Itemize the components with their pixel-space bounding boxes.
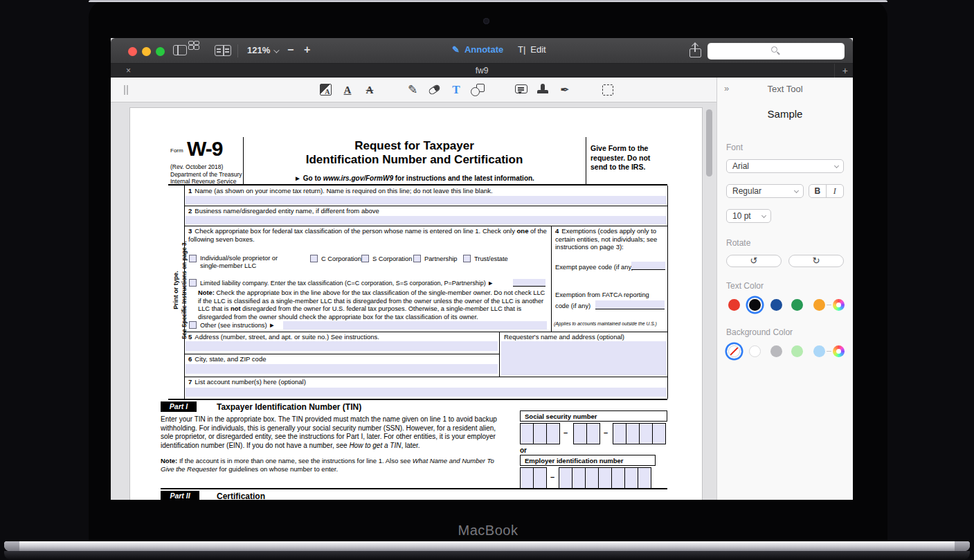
form-revision: (Rev. October 2018)	[170, 163, 223, 170]
line6-label: 6City, state, and ZIP code	[188, 355, 493, 363]
bold-button[interactable]: B	[809, 185, 827, 197]
checkbox-partnership[interactable]	[413, 255, 421, 262]
line6-input-field[interactable]	[186, 364, 498, 374]
close-window-button[interactable]	[128, 47, 137, 56]
form-title-line1: Request for Taxpayer	[243, 139, 586, 153]
text-color-blue[interactable]	[770, 299, 782, 311]
ein-label-box: Employer identification number	[520, 455, 656, 466]
part2-badge: Part II	[161, 491, 199, 500]
checkbox-other[interactable]	[189, 321, 197, 329]
text-style-sample: Sample	[717, 108, 853, 120]
text-tool-button[interactable]: T	[449, 82, 464, 98]
other-input-field[interactable]	[283, 321, 547, 329]
highlight-text-tool-button[interactable]: A	[318, 82, 333, 98]
requester-input-field[interactable]	[501, 341, 667, 375]
col-divider-5-req	[499, 332, 500, 377]
ssn-cells-group3[interactable]	[613, 423, 666, 444]
ein-dash: –	[550, 473, 554, 481]
text-color-green[interactable]	[791, 299, 803, 311]
zoom-out-button[interactable]: −	[287, 44, 294, 56]
background-color-custom-wheel[interactable]	[833, 345, 845, 357]
checkbox-s-corporation[interactable]	[361, 255, 369, 262]
two-page-view-button[interactable]	[215, 45, 231, 59]
shapes-tool-button[interactable]	[470, 82, 485, 98]
checkbox-individual[interactable]	[189, 255, 197, 262]
or-label: or	[520, 446, 527, 454]
line5-input-field[interactable]	[186, 341, 498, 351]
two-page-view-icon	[215, 45, 231, 56]
row-line-5	[184, 354, 499, 354]
bold-italic-segment: B I	[809, 184, 844, 198]
add-tab-button[interactable]: +	[842, 65, 848, 76]
ein-cells-group1[interactable]	[520, 467, 547, 489]
stamp-tool-button[interactable]	[535, 82, 550, 98]
applies-note: (Applies to accounts maintained outside …	[554, 321, 666, 326]
highlight-text-icon: A	[320, 84, 332, 96]
background-color-green[interactable]	[791, 345, 803, 357]
swatch-connector	[827, 351, 831, 352]
line1-input-field[interactable]	[186, 196, 667, 204]
strikethrough-tool-button[interactable]: A	[362, 82, 377, 98]
toolbar-drag-handle[interactable]	[124, 85, 129, 95]
vertical-scrollbar[interactable]	[706, 109, 712, 177]
chevron-down-icon	[834, 163, 839, 168]
share-button[interactable]	[689, 44, 701, 57]
background-color-blue[interactable]	[813, 345, 825, 357]
tab-edit[interactable]: T|Edit	[518, 44, 546, 55]
font-style-select[interactable]: Regular	[726, 184, 804, 198]
print-or-type-note: Print or type.	[172, 186, 179, 394]
text-color-red[interactable]	[728, 299, 740, 311]
ssn-cells-group1[interactable]	[520, 423, 560, 444]
ssn-cells-group2[interactable]	[573, 423, 600, 444]
part1-badge: Part I	[161, 401, 197, 412]
row-line-1	[184, 206, 667, 206]
form-left-border	[184, 186, 185, 399]
zoom-in-button[interactable]: +	[304, 44, 310, 56]
line2-input-field[interactable]	[186, 216, 667, 224]
part1-body: Enter your TIN in the appropriate box. T…	[161, 415, 498, 451]
text-color-custom-wheel[interactable]	[833, 299, 845, 311]
background-color-none[interactable]	[728, 345, 740, 357]
background-color-gray[interactable]	[770, 345, 782, 357]
text-color-black[interactable]	[749, 299, 761, 311]
selection-tool-button[interactable]	[600, 82, 615, 98]
pen-tool-button[interactable]: ✎	[405, 82, 420, 98]
document-tab[interactable]: fw9	[111, 66, 853, 75]
signature-tool-button[interactable]: ✒	[557, 82, 572, 98]
line1-label: 1Name (as shown on your income tax retur…	[188, 187, 659, 195]
line5-label: 5Address (number, street, and apt. or su…	[188, 333, 493, 341]
font-size-select[interactable]: 10 pt	[726, 209, 771, 223]
line7-input-field[interactable]	[186, 388, 667, 397]
exempt-payee-field[interactable]	[631, 262, 665, 270]
checkbox-c-corporation[interactable]	[310, 255, 318, 262]
llc-classification-field[interactable]	[513, 279, 545, 287]
fatca-code-field[interactable]	[595, 300, 665, 309]
chevron-down-icon	[761, 213, 766, 218]
comment-tool-button[interactable]	[514, 82, 529, 98]
part2-rule	[161, 488, 667, 489]
ssn-dash1: –	[563, 428, 568, 437]
ein-cells-group2[interactable]	[559, 467, 651, 489]
maximize-window-button[interactable]	[156, 47, 165, 56]
search-input[interactable]	[707, 43, 845, 60]
zoom-level-dropdown[interactable]: 121%	[247, 45, 278, 55]
background-color-white[interactable]	[749, 345, 761, 357]
form-goto-link: www.irs.gov/FormW9	[323, 174, 393, 182]
macbook-lid: 121% − + ✎Annotate T|Edit × fw9 + A	[89, 0, 887, 542]
checkbox-llc[interactable]	[189, 279, 197, 287]
text-color-orange[interactable]	[813, 299, 825, 311]
tab-annotate[interactable]: ✎Annotate	[452, 44, 503, 55]
rotate-ccw-button[interactable]: ↺	[726, 255, 782, 267]
font-family-select[interactable]: Arial	[726, 159, 844, 173]
underline-tool-button[interactable]: A	[340, 82, 355, 98]
underline-icon: A	[344, 84, 352, 96]
sidebar-panel-button[interactable]	[173, 45, 187, 58]
row-line-2	[184, 226, 667, 226]
italic-button[interactable]: I	[827, 185, 844, 197]
row-line-6	[184, 377, 667, 377]
checkbox-trust-estate[interactable]	[463, 255, 471, 262]
minimize-window-button[interactable]	[142, 47, 151, 56]
rotate-cw-button[interactable]: ↻	[788, 255, 844, 267]
eraser-tool-button[interactable]	[426, 82, 442, 98]
signature-pen-icon: ✒	[560, 84, 569, 96]
